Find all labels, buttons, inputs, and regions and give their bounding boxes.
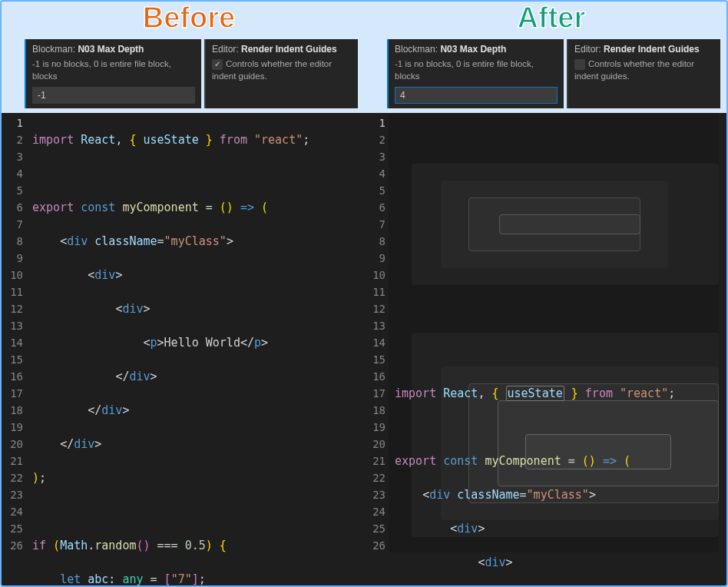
block-depth-4: [499, 214, 640, 234]
blockman-desc: -1 is no blocks, 0 is entire file block,…: [32, 58, 195, 82]
editor-before[interactable]: 1 2 3 4 5 6 7 8 9 10 11 12 13 14 15 16 1…: [2, 113, 364, 587]
editor-after[interactable]: 1 2 3 4 5 6 7 8 9 10 11 12 13 14 15 16 1…: [364, 113, 726, 587]
checkbox-icon[interactable]: ✓: [212, 59, 223, 70]
block-depth-2: [441, 181, 668, 268]
gutter-before: 1 2 3 4 5 6 7 8 9 10 11 12 13 14 15 16 1…: [2, 113, 29, 587]
indent-guides-setting-before: Editor: Render Indent Guides ✓Controls w…: [204, 39, 358, 108]
before-title: Before: [143, 2, 235, 35]
gutter-after: 1 2 3 4 5 6 7 8 9 10 11 12 13 14 15 16 1…: [364, 113, 392, 587]
indent-guides-setting-after: Editor: Render Indent Guides Controls wh…: [567, 39, 720, 108]
code-before[interactable]: import React, { useState } from "react";…: [29, 113, 364, 587]
editors-row: 1 2 3 4 5 6 7 8 9 10 11 12 13 14 15 16 1…: [2, 113, 726, 587]
max-depth-input-before[interactable]: [32, 87, 195, 104]
comparison-headers: Before After: [2, 2, 726, 35]
code-after[interactable]: import React, { useState } from "react";…: [392, 113, 726, 587]
max-depth-input-after[interactable]: [395, 87, 558, 104]
settings-row: Blockman: N03 Max Depth -1 is no blocks,…: [2, 35, 726, 113]
blockman-setting-after: Blockman: N03 Max Depth -1 is no blocks,…: [387, 39, 564, 108]
after-title: After: [518, 2, 586, 35]
settings-after: Blockman: N03 Max Depth -1 is no blocks,…: [364, 35, 726, 113]
block-depth-3: [468, 197, 640, 251]
blockman-setting-before: Blockman: N03 Max Depth -1 is no blocks,…: [25, 39, 201, 108]
checkbox-icon[interactable]: [574, 59, 585, 70]
setting-title-text: N03 Max Depth: [78, 44, 144, 55]
settings-before: Blockman: N03 Max Depth -1 is no blocks,…: [2, 35, 364, 113]
block-depth-1: [412, 164, 719, 285]
